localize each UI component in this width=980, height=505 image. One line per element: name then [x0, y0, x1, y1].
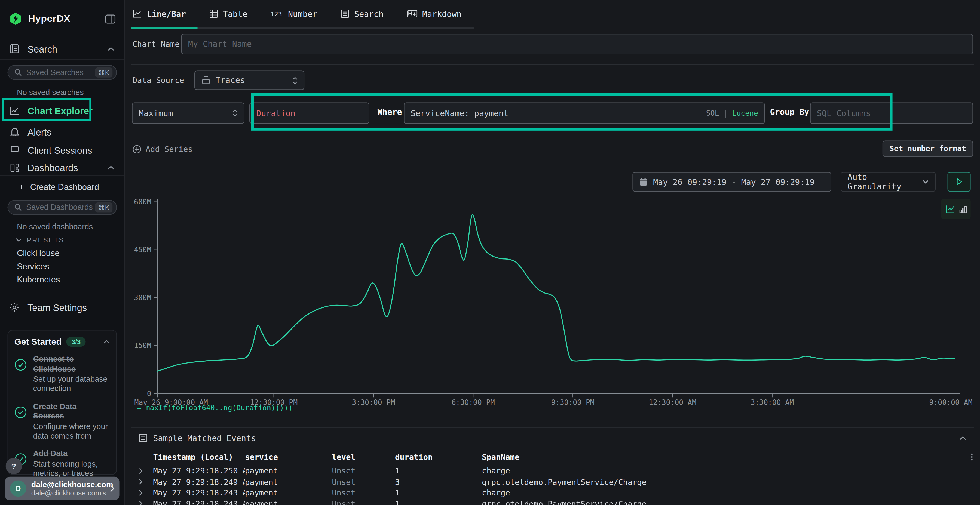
sidebar: HyperDX Search Saved Searches ⌘K No save…: [0, 0, 125, 505]
column-options-icon[interactable]: [958, 453, 973, 461]
chart-line-icon: [132, 9, 142, 18]
search-list-icon: [340, 9, 349, 18]
sidebar-item-label: Chart Explorer: [27, 105, 92, 116]
line-chart[interactable]: 0150M300M450M600MMay 26 9:00:00 AM12:30:…: [131, 197, 974, 406]
cell-service: payment: [245, 477, 332, 486]
row-expand-icon[interactable]: [139, 479, 153, 485]
column-header-duration[interactable]: duration: [395, 452, 482, 461]
chevron-down-icon: [16, 238, 22, 242]
sidebar-item-team-settings[interactable]: Team Settings: [0, 300, 124, 315]
preset-link-kubernetes[interactable]: Kubernetes: [17, 275, 60, 284]
table-row[interactable]: May 27 9:29:18.249 AMpaymentUnset3grpc.o…: [139, 476, 973, 487]
get-started-item[interactable]: Add DataStart sending logs, metrics, or …: [14, 449, 110, 479]
help-button[interactable]: ?: [6, 458, 22, 474]
chevron-up-icon: [108, 165, 115, 170]
tab-number[interactable]: 123Number: [270, 9, 317, 18]
collapse-section-icon[interactable]: [959, 436, 966, 440]
help-label: ?: [11, 462, 16, 471]
sidebar-item-dashboards[interactable]: Dashboards: [0, 159, 124, 176]
tab-table[interactable]: Table: [209, 9, 247, 18]
cell-level: Unset: [332, 477, 395, 486]
where-input[interactable]: ServiceName: payment SQL | Lucene: [404, 103, 765, 124]
presets-label: PRESETS: [27, 236, 64, 244]
sidebar-collapse-icon[interactable]: [105, 14, 116, 24]
cell-timestamplocal: May 27 9:29:18.243 AM: [153, 499, 245, 505]
create-dashboard-button[interactable]: + Create Dashboard: [0, 181, 124, 193]
chart-legend[interactable]: — maxIf(toFloat640..ng(Duration))))): [137, 403, 293, 412]
query-language-toggle[interactable]: SQL | Lucene: [706, 108, 758, 117]
toggle-separator: |: [724, 108, 728, 117]
tab-search[interactable]: Search: [340, 9, 383, 18]
field-value: Duration: [256, 108, 295, 118]
cell-duration: 3: [395, 477, 482, 486]
sidebar-item-alerts[interactable]: Alerts: [0, 123, 124, 140]
calendar-icon: [640, 178, 648, 186]
column-header-service[interactable]: service: [245, 452, 332, 461]
sidebar-item-search[interactable]: Search: [0, 39, 124, 59]
chart-explorer-icon: [9, 106, 20, 115]
row-expand-icon[interactable]: [139, 489, 153, 496]
saved-dashboards-input[interactable]: Saved Dashboards ⌘K: [8, 200, 117, 215]
data-source-label: Data Source: [132, 76, 184, 85]
preset-link-services[interactable]: Services: [17, 262, 49, 271]
column-header-spanname[interactable]: SpanName: [482, 452, 958, 461]
lucene-option[interactable]: Lucene: [732, 108, 758, 117]
hyperdx-chart-explorer-page: HyperDX Search Saved Searches ⌘K No save…: [0, 0, 980, 505]
get-started-card: Get Started 3/3 Connect to ClickHouseSet…: [8, 330, 117, 475]
chart-canvas: 0150M300M450M600MMay 26 9:00:00 AM12:30:…: [131, 197, 974, 406]
set-number-format-button[interactable]: Set number format: [883, 141, 973, 157]
legend-series-label: maxIf(toFloat640..ng(Duration))))): [146, 403, 293, 412]
get-started-item[interactable]: Connect to ClickHouseSet up your databas…: [14, 355, 110, 394]
sidebar-item-label: Search: [27, 43, 57, 54]
column-header-level[interactable]: level: [332, 452, 395, 461]
table-row[interactable]: May 27 9:29:18.243 AMpaymentUnset1grpc.o…: [139, 498, 973, 505]
select-chevrons-icon: [232, 108, 237, 117]
presets-toggle[interactable]: PRESETS: [16, 236, 64, 244]
column-header-timestamplocal[interactable]: Timestamp (Local): [153, 452, 245, 461]
sidebar-item-chart-explorer[interactable]: Chart Explorer: [0, 101, 124, 120]
granularity-select[interactable]: Auto Granularity: [841, 172, 935, 192]
field-input[interactable]: Duration: [249, 103, 369, 124]
sample-events-title: Sample Matched Events: [153, 433, 256, 442]
main-content: Line/BarTable123NumberSearchMarkdown Cha…: [125, 0, 980, 505]
chart-type-tabbar: Line/BarTable123NumberSearchMarkdown: [125, 0, 980, 29]
table-row[interactable]: May 27 9:29:18.243 AMpaymentUnset1charge: [139, 487, 973, 498]
tab-linebar[interactable]: Line/Bar: [132, 9, 186, 18]
get-started-item-desc: Start sending logs, metrics, or traces: [33, 460, 110, 479]
table-row[interactable]: May 27 9:29:18.250 AMpaymentUnset1charge: [139, 465, 973, 476]
cell-service: payment: [245, 488, 332, 497]
where-value: ServiceName: payment: [410, 108, 508, 118]
preset-link-clickhouse[interactable]: ClickHouse: [17, 249, 60, 258]
cell-spanname: grpc.oteldemo.PaymentService/Charge: [482, 499, 958, 505]
sidebar-item-client-sessions[interactable]: Client Sessions: [0, 141, 124, 159]
get-started-item-title: Create Data Sources: [33, 402, 110, 421]
aggregation-select[interactable]: Maximum: [132, 103, 244, 124]
row-expand-icon[interactable]: [139, 501, 153, 505]
row-expand-icon[interactable]: [139, 468, 153, 474]
add-series-button[interactable]: Add Series: [132, 144, 193, 154]
get-started-item-desc: Configure where your data comes from: [33, 422, 110, 441]
markdown-icon: [407, 10, 417, 18]
get-started-item[interactable]: Create Data SourcesConfigure where your …: [14, 402, 110, 441]
chevron-up-icon[interactable]: [103, 340, 110, 344]
sidebar-item-label: Team Settings: [27, 302, 87, 313]
saved-searches-input[interactable]: Saved Searches ⌘K: [8, 65, 117, 80]
date-range-input[interactable]: May 26 09:29:19 - May 27 09:29:19: [632, 172, 831, 192]
sql-option[interactable]: SQL: [706, 108, 719, 117]
user-texts: dale@clickhouse.com dale@clickhouse.com'…: [31, 481, 110, 497]
get-started-item-title: Add Data: [33, 449, 110, 459]
get-started-item-title: Connect to ClickHouse: [33, 355, 110, 374]
chevron-down-icon: [923, 180, 929, 184]
tab-label: Number: [288, 9, 317, 18]
table-icon: [209, 9, 218, 18]
chart-name-input[interactable]: My Chart Name: [181, 34, 973, 54]
run-query-button[interactable]: [948, 172, 971, 192]
data-source-select[interactable]: Traces: [194, 70, 304, 90]
user-card[interactable]: D dale@clickhouse.com dale@clickhouse.co…: [5, 477, 119, 500]
group-by-input[interactable]: SQL Columns: [810, 103, 973, 124]
divider: [131, 64, 974, 65]
play-icon: [956, 178, 962, 186]
get-started-items: Connect to ClickHouseSet up your databas…: [14, 355, 110, 479]
tab-markdown[interactable]: Markdown: [407, 9, 461, 18]
avatar: D: [10, 481, 26, 497]
